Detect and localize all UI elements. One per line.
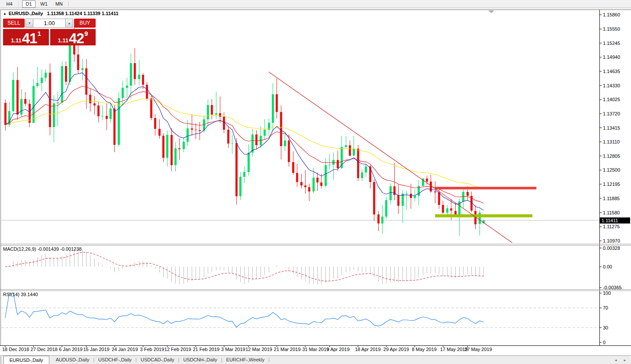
candle-bearish bbox=[296, 173, 298, 182]
candle-bullish bbox=[264, 130, 266, 136]
candle-bearish bbox=[369, 166, 371, 182]
candle-bullish bbox=[109, 109, 112, 119]
symbol-tab-usdchf-daily[interactable]: USDCHF-,Daily bbox=[94, 356, 135, 364]
candle-bearish bbox=[106, 116, 108, 118]
candle-bullish bbox=[130, 63, 132, 85]
price-tick-label: 1.14940 bbox=[603, 54, 620, 60]
price-tick-label: 1.11885 bbox=[603, 196, 620, 201]
sell-button[interactable]: SELL bbox=[3, 19, 25, 28]
tabs-scroll-left-icon[interactable]: ◂ bbox=[615, 358, 617, 362]
one-click-trade-panel: SELL ▼ 1.00 ▲ BUY 1.11 41 1 1.11 42 9 bbox=[3, 19, 96, 45]
date-tick-label: 21 Mar 2019 bbox=[274, 347, 301, 352]
candle-bearish bbox=[77, 54, 79, 70]
axes-labels-layer: 1.158601.155501.152451.149401.146351.143… bbox=[2, 10, 621, 352]
sell-price-sup: 1 bbox=[37, 30, 41, 37]
candle-bullish bbox=[345, 145, 347, 147]
candle-bearish bbox=[219, 113, 221, 117]
date-tick-label: 31 Mar 2019 bbox=[302, 347, 329, 352]
date-tick-label: 3 Feb 2019 bbox=[140, 347, 164, 352]
toolbar-separator bbox=[68, 1, 69, 7]
scroll-to-end-marker-icon[interactable] bbox=[488, 10, 494, 13]
symbol-tab-eurchf-weekly[interactable]: EURCHF-,Weekly bbox=[222, 356, 268, 364]
buy-price-display[interactable]: 1.11 42 9 bbox=[50, 29, 96, 45]
candle-bullish bbox=[248, 153, 250, 172]
buy-button[interactable]: BUY bbox=[74, 19, 96, 28]
date-tick-label: 3 Mar 2019 bbox=[221, 347, 245, 352]
timeframe-button-d1[interactable]: D1 bbox=[22, 0, 35, 8]
candle-bearish bbox=[300, 182, 303, 185]
price-tick-label: 1.14330 bbox=[603, 83, 620, 88]
candle-bearish bbox=[24, 99, 26, 104]
symbol-tab-usdcnh-daily[interactable]: USDCNH-,Daily bbox=[179, 356, 221, 364]
tabs-scroll-right-icon[interactable]: ▸ bbox=[624, 358, 626, 362]
price-tick-label: 1.12195 bbox=[603, 182, 620, 187]
timeframe-button-h4[interactable]: H4 bbox=[3, 0, 16, 8]
candle-bearish bbox=[438, 192, 440, 205]
rsi-indicator-label: RSI(14) 39.1440 bbox=[3, 292, 38, 297]
candle-bearish bbox=[316, 178, 319, 183]
candle-bullish bbox=[32, 86, 35, 123]
candle-bearish bbox=[410, 194, 412, 198]
candle-bearish bbox=[89, 95, 91, 103]
candle-bearish bbox=[16, 80, 19, 115]
price-tick-label: 1.11580 bbox=[603, 210, 620, 215]
chart-canvas[interactable]: 1.158601.155501.152451.149401.146351.143… bbox=[0, 8, 631, 355]
candle-bullish bbox=[446, 208, 448, 213]
candle-bullish bbox=[312, 178, 315, 192]
candle-bearish bbox=[150, 99, 152, 118]
date-tick-label: 17 May 2019 bbox=[440, 347, 468, 352]
candle-bearish bbox=[467, 192, 469, 196]
candle-bearish bbox=[65, 66, 67, 82]
candle-bearish bbox=[49, 73, 51, 127]
candle-bearish bbox=[211, 105, 213, 115]
candle-bearish bbox=[349, 145, 351, 156]
candle-bearish bbox=[450, 208, 452, 211]
symbol-tab-eurusd-daily[interactable]: EURUSD-,Daily bbox=[3, 356, 49, 364]
toolbar-separator bbox=[19, 1, 19, 7]
candle-bullish bbox=[57, 102, 59, 103]
buy-price-prefix: 1.11 bbox=[58, 36, 69, 45]
timeframe-button-mn[interactable]: MN bbox=[52, 0, 66, 8]
candle-bearish bbox=[320, 182, 322, 186]
candle-bullish bbox=[36, 83, 39, 86]
volume-decrease-button[interactable]: ▼ bbox=[26, 19, 33, 28]
volume-input[interactable]: 1.00 bbox=[33, 19, 65, 28]
symbol-tab-usdcad-daily[interactable]: USDCAD-,Daily bbox=[137, 356, 178, 364]
date-tick-label: 15 Jan 2019 bbox=[83, 347, 109, 352]
chart-ohlc-values: 1.11358 1.11424 1.11339 1.11411 bbox=[47, 11, 118, 16]
moving-averages-layer bbox=[5, 73, 484, 210]
candle-bullish bbox=[365, 166, 367, 172]
candle-bearish bbox=[158, 129, 161, 136]
timeframe-toolbar: H4D1W1MN bbox=[0, 0, 631, 8]
date-tick-label: 12 Mar 2019 bbox=[245, 347, 272, 352]
price-tick-label: 1.13110 bbox=[603, 139, 620, 144]
sell-price-display[interactable]: 1.11 41 1 bbox=[3, 29, 49, 45]
rsi-tick-label: 70 bbox=[603, 305, 608, 310]
candle-bullish bbox=[20, 99, 23, 115]
candle-bullish bbox=[45, 73, 47, 78]
macd-pane-layer bbox=[5, 249, 484, 285]
tab-separator: | bbox=[268, 356, 270, 364]
date-tick-label: 18 Dec 2018 bbox=[2, 347, 29, 352]
candle-bearish bbox=[134, 63, 136, 79]
rsi-pane-layer bbox=[1, 293, 599, 328]
candle-bearish bbox=[288, 140, 290, 162]
candle-bullish bbox=[174, 148, 177, 165]
volume-increase-button[interactable]: ▲ bbox=[65, 19, 73, 28]
date-tick-label: 8 May 2019 bbox=[412, 347, 436, 352]
candle-bullish bbox=[390, 186, 392, 200]
candle-bearish bbox=[434, 192, 436, 192]
ma-mid-line bbox=[5, 86, 484, 203]
candle-bearish bbox=[142, 75, 144, 85]
timeframe-button-w1[interactable]: W1 bbox=[37, 0, 51, 8]
sell-price-big: 41 bbox=[22, 32, 37, 45]
macd-tick-label: 0.00328 bbox=[603, 246, 620, 251]
descending-trendline[interactable] bbox=[269, 72, 512, 243]
resistance-line[interactable] bbox=[435, 187, 536, 189]
candle-bullish bbox=[418, 186, 420, 196]
price-tick-label: 1.14635 bbox=[603, 69, 620, 74]
candle-bearish bbox=[97, 105, 100, 117]
symbol-tab-audusd-daily[interactable]: AUDUSD-,Daily bbox=[52, 356, 93, 364]
support-line[interactable] bbox=[435, 214, 532, 217]
candle-bullish bbox=[81, 68, 84, 70]
